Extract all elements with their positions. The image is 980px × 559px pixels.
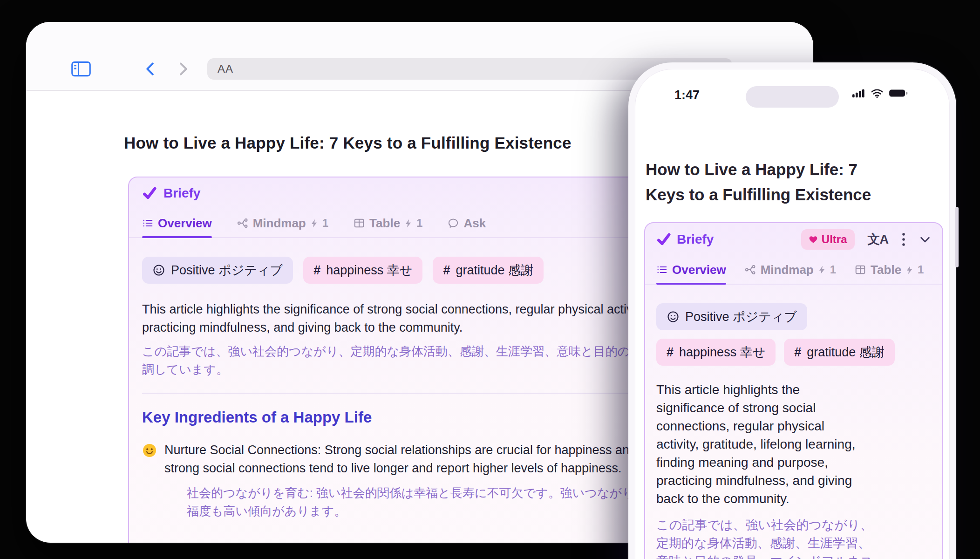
mindmap-icon <box>237 218 248 229</box>
page-title: How to Live a Happy Life: 7 Keys to a Fu… <box>646 157 871 207</box>
table-icon <box>354 218 365 229</box>
tag-row: Positive ポジティブ <box>656 303 931 330</box>
wifi-icon <box>871 88 884 98</box>
briefy-logo-icon <box>656 232 671 247</box>
tag-positive[interactable]: Positive ポジティブ <box>142 257 293 284</box>
chat-bubble-icon <box>448 218 459 229</box>
mindmap-icon <box>745 264 756 275</box>
translate-icon[interactable]: 文A <box>868 231 889 248</box>
hash-icon: # <box>794 345 801 360</box>
tag-happiness[interactable]: # happiness 幸せ <box>656 339 776 366</box>
hash-icon: # <box>443 263 450 278</box>
tag-label: gratitude 感謝 <box>456 262 534 279</box>
battery-icon <box>889 88 908 98</box>
cellular-signal-icon <box>852 88 865 98</box>
status-icons <box>852 88 908 98</box>
more-menu-icon[interactable] <box>901 232 906 246</box>
tag-label: Positive ポジティブ <box>171 262 283 279</box>
heart-icon <box>809 235 818 244</box>
phone-screen: 1:47 <box>635 69 950 559</box>
card-tabs: Overview Mindmap <box>645 256 942 285</box>
tab-table[interactable]: Table 1 <box>855 256 924 284</box>
tag-label: Positive ポジティブ <box>685 308 797 325</box>
tab-label: Mindmap <box>761 263 814 277</box>
collapse-chevron-icon[interactable] <box>919 233 931 245</box>
sidebar-toggle-icon[interactable] <box>71 60 91 78</box>
reader-mode-icon[interactable]: AA <box>218 62 233 75</box>
tag-gratitude[interactable]: # gratitude 感謝 <box>433 257 544 284</box>
bolt-icon <box>818 265 825 275</box>
bolt-icon <box>906 265 913 275</box>
tag-label: happiness 幸せ <box>679 344 765 361</box>
tag-label: happiness 幸せ <box>326 262 412 279</box>
summary-japanese: この記事では、強い社会的つながり、 定期的な身体活動、感謝、生涯学習、 意味と目… <box>656 516 931 559</box>
briefy-card-header: Briefy Ultra 文A <box>645 223 942 256</box>
tab-label: Overview <box>672 263 726 277</box>
tab-ask[interactable]: Ask <box>448 209 486 237</box>
status-bar: 1:47 <box>635 69 949 114</box>
back-icon[interactable] <box>143 61 159 77</box>
hash-icon: # <box>667 345 674 360</box>
smiley-emoji-icon <box>142 443 157 458</box>
overview-list-icon <box>142 218 153 229</box>
briefy-logo-icon <box>142 186 157 201</box>
summary-english: This article highlights the significance… <box>656 381 931 508</box>
overview-list-icon <box>656 264 667 275</box>
tag-row: # happiness 幸せ # gratitude 感謝 <box>656 339 931 366</box>
card-body: Positive ポジティブ # happiness 幸せ # gratitud… <box>645 303 942 559</box>
table-icon <box>855 264 866 275</box>
tab-overview[interactable]: Overview <box>142 209 212 237</box>
status-time: 1:47 <box>674 88 700 102</box>
tab-overview[interactable]: Overview <box>656 256 726 284</box>
tag-label: gratitude 感謝 <box>807 344 885 361</box>
dynamic-island <box>746 86 839 108</box>
hash-icon: # <box>313 263 320 278</box>
bolt-icon <box>311 218 318 228</box>
smiley-outline-icon <box>667 310 680 323</box>
page-title: How to Live a Happy Life: 7 Keys to a Fu… <box>124 134 572 152</box>
tab-count: 1 <box>918 263 924 276</box>
smiley-outline-icon <box>152 264 165 277</box>
tab-count: 1 <box>830 263 836 276</box>
tab-label: Mindmap <box>253 216 306 231</box>
tab-count: 1 <box>416 217 422 230</box>
brand-name: Briefy <box>677 232 714 247</box>
stage: AA How to Live a Happy Life: 7 Keys to a… <box>0 0 980 559</box>
tab-mindmap[interactable]: Mindmap 1 <box>745 256 836 284</box>
tab-count: 1 <box>322 217 328 230</box>
plan-label: Ultra <box>822 233 847 246</box>
tag-positive[interactable]: Positive ポジティブ <box>656 303 807 330</box>
phone-device: 1:47 <box>628 62 956 559</box>
tab-label: Overview <box>158 216 212 231</box>
tab-table[interactable]: Table 1 <box>354 209 422 237</box>
bolt-icon <box>405 218 412 228</box>
briefy-card: Briefy Ultra 文A <box>644 222 943 559</box>
brand-name: Briefy <box>163 186 200 201</box>
tab-mindmap[interactable]: Mindmap 1 <box>237 209 328 237</box>
tab-label: Table <box>871 263 901 277</box>
tab-label: Table <box>369 216 400 231</box>
tab-label: Ask <box>463 216 486 231</box>
tag-gratitude[interactable]: # gratitude 感謝 <box>784 339 895 366</box>
forward-icon[interactable] <box>174 61 191 77</box>
ultra-plan-badge[interactable]: Ultra <box>801 229 855 250</box>
tag-happiness[interactable]: # happiness 幸せ <box>303 257 422 284</box>
